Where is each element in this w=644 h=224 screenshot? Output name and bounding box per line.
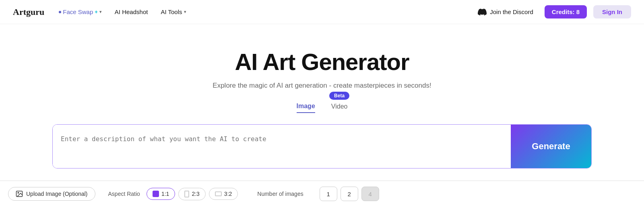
- count-group: 1 2 4: [320, 187, 379, 201]
- nav-ai-tools[interactable]: AI Tools ▾: [156, 5, 191, 18]
- discord-link[interactable]: Join the Discord: [473, 4, 538, 20]
- upload-image-button[interactable]: Upload Image (Optional): [8, 187, 95, 201]
- face-swap-chevron: ▾: [99, 9, 102, 14]
- ratio-1-1[interactable]: 1:1: [147, 188, 175, 200]
- face-swap-dot: [59, 11, 61, 13]
- ratio-square-icon: [153, 191, 159, 197]
- count-1[interactable]: 1: [320, 187, 337, 201]
- input-wrapper: Generate: [52, 124, 592, 169]
- bottom-controls: Upload Image (Optional) Aspect Ratio 1:1…: [0, 181, 644, 207]
- prompt-area: Generate: [52, 124, 592, 169]
- tab-image[interactable]: Image: [297, 103, 315, 113]
- svg-point-1: [18, 192, 19, 193]
- hero-section: AI Art Generator Explore the magic of AI…: [0, 24, 644, 181]
- prompt-input[interactable]: [53, 125, 511, 168]
- signin-button[interactable]: Sign In: [593, 5, 631, 18]
- credits-button[interactable]: Credits: 8: [545, 5, 587, 18]
- hero-subtitle: Explore the magic of AI art generation -…: [213, 82, 431, 90]
- discord-icon: [478, 8, 487, 16]
- navbar: Artguru Face Swap + ▾ AI Headshot AI Too…: [0, 0, 644, 24]
- count-2[interactable]: 2: [341, 187, 358, 201]
- ratio-group: 1:1 2:3 3:2: [147, 188, 238, 200]
- ratio-portrait-icon: [184, 191, 189, 197]
- ratio-2-3[interactable]: 2:3: [178, 188, 205, 200]
- logo[interactable]: Artguru: [13, 7, 44, 17]
- beta-badge: Beta: [329, 92, 349, 100]
- content-tabs: Image Beta Video: [297, 103, 348, 113]
- num-images-label: Number of images: [257, 191, 303, 197]
- hero-title: AI Art Generator: [235, 48, 409, 75]
- ratio-landscape-icon: [215, 191, 222, 196]
- nav-face-swap[interactable]: Face Swap + ▾: [54, 5, 107, 18]
- nav-ai-headshot[interactable]: AI Headshot: [110, 5, 153, 18]
- generate-button[interactable]: Generate: [511, 125, 591, 168]
- ai-tools-chevron: ▾: [184, 9, 186, 14]
- plus-badge: +: [95, 9, 98, 15]
- ratio-3-2[interactable]: 3:2: [209, 188, 238, 200]
- tab-video[interactable]: Beta Video: [331, 103, 348, 113]
- upload-icon: [16, 190, 23, 197]
- aspect-ratio-label: Aspect Ratio: [108, 191, 140, 197]
- count-4: 4: [361, 187, 379, 201]
